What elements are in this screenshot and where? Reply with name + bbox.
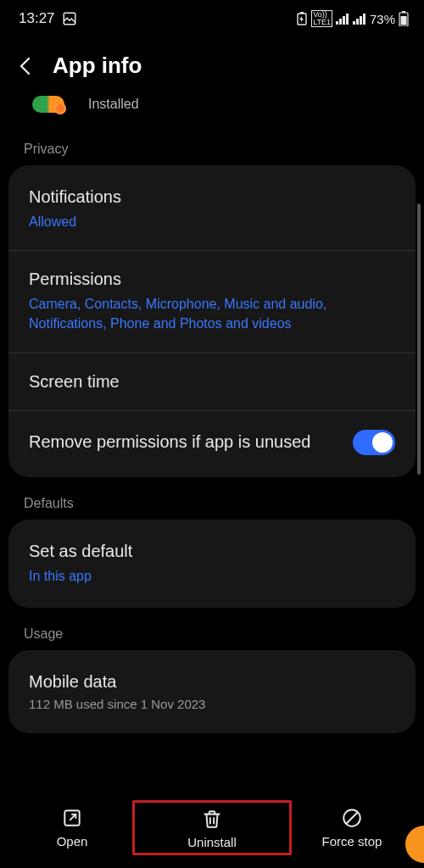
page-header: App info bbox=[0, 34, 424, 92]
trash-icon bbox=[201, 808, 223, 830]
force-stop-button[interactable]: Force stop bbox=[292, 807, 412, 849]
row-sub: 112 MB used since 1 Nov 2023 bbox=[29, 697, 395, 711]
row-title: Screen time bbox=[29, 372, 395, 392]
status-bar: 13:27 Vo))LTE1 73% bbox=[0, 0, 424, 34]
section-label-privacy: Privacy bbox=[0, 123, 424, 165]
app-icon bbox=[32, 96, 64, 113]
svg-rect-9 bbox=[360, 16, 362, 25]
section-label-defaults: Defaults bbox=[0, 477, 424, 520]
svg-rect-3 bbox=[336, 21, 338, 25]
open-button[interactable]: Open bbox=[12, 807, 132, 849]
row-title: Permissions bbox=[29, 270, 395, 289]
open-label: Open bbox=[57, 834, 88, 849]
defaults-card: Set as default In this app bbox=[8, 520, 416, 608]
row-value: In this app bbox=[29, 566, 395, 586]
toggle-remove-permissions[interactable] bbox=[353, 430, 395, 455]
signal-icon bbox=[336, 13, 349, 25]
svg-rect-7 bbox=[353, 21, 355, 25]
svg-rect-4 bbox=[339, 19, 342, 25]
row-value: Camera, Contacts, Microphone, Music and … bbox=[29, 294, 395, 333]
svg-rect-8 bbox=[356, 19, 359, 25]
open-icon bbox=[61, 807, 83, 829]
svg-rect-2 bbox=[300, 12, 304, 14]
svg-rect-5 bbox=[343, 16, 345, 25]
row-permissions[interactable]: Permissions Camera, Contacts, Microphone… bbox=[8, 250, 416, 352]
row-title: Remove permissions if app is unused bbox=[29, 432, 332, 452]
row-value: Allowed bbox=[29, 212, 395, 231]
app-install-status: Installed bbox=[88, 97, 139, 112]
app-summary-row[interactable]: Installed bbox=[0, 92, 424, 123]
force-stop-label: Force stop bbox=[322, 834, 382, 849]
no-entry-icon bbox=[341, 807, 363, 829]
network-indicator: Vo))LTE1 bbox=[311, 10, 332, 27]
scrollbar[interactable] bbox=[417, 203, 421, 475]
usage-card: Mobile data 112 MB used since 1 Nov 2023 bbox=[8, 650, 416, 733]
battery-icon bbox=[399, 11, 409, 26]
battery-percent: 73% bbox=[370, 12, 395, 26]
signal-icon-2 bbox=[353, 13, 366, 25]
row-remove-permissions[interactable]: Remove permissions if app is unused bbox=[8, 410, 416, 474]
row-screen-time[interactable]: Screen time bbox=[8, 353, 416, 410]
row-title: Set as default bbox=[29, 542, 395, 561]
uninstall-button[interactable]: Uninstall bbox=[132, 800, 292, 855]
svg-rect-13 bbox=[401, 16, 407, 25]
uninstall-label: Uninstall bbox=[187, 835, 237, 849]
image-icon bbox=[62, 11, 77, 26]
back-button[interactable] bbox=[15, 56, 36, 76]
svg-rect-10 bbox=[363, 14, 365, 25]
row-set-as-default[interactable]: Set as default In this app bbox=[8, 523, 416, 604]
privacy-card: Notifications Allowed Permissions Camera… bbox=[8, 165, 416, 477]
page-title: App info bbox=[53, 53, 142, 79]
row-mobile-data[interactable]: Mobile data 112 MB used since 1 Nov 2023 bbox=[8, 654, 416, 730]
bottom-action-bar: Open Uninstall Force stop bbox=[0, 792, 424, 868]
status-time: 13:27 bbox=[19, 10, 55, 27]
svg-rect-6 bbox=[346, 14, 349, 25]
row-notifications[interactable]: Notifications Allowed bbox=[8, 169, 416, 250]
row-title: Notifications bbox=[29, 187, 395, 207]
section-label-usage: Usage bbox=[0, 608, 424, 650]
battery-saver-icon bbox=[296, 12, 308, 25]
chevron-left-icon bbox=[17, 56, 34, 76]
row-title: Mobile data bbox=[29, 672, 395, 692]
